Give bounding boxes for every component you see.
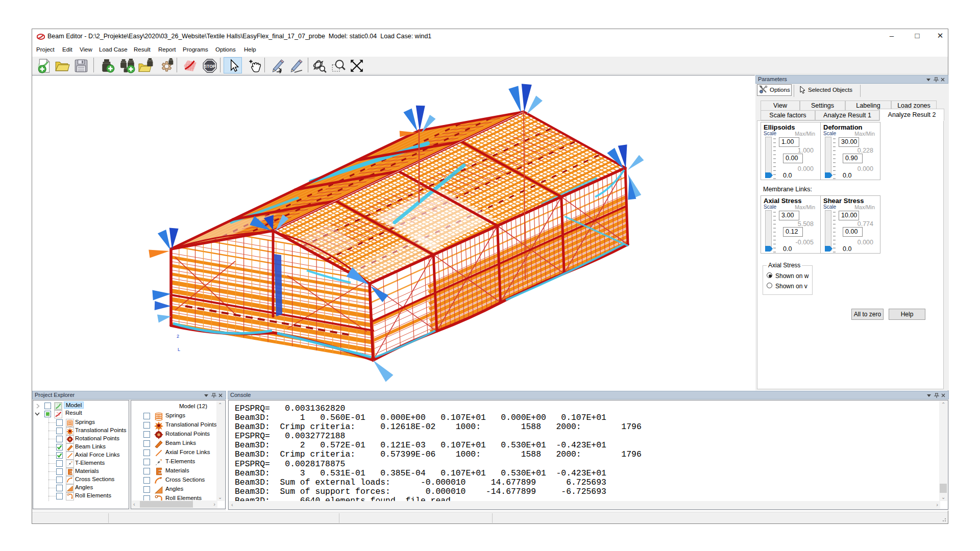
svg-text:2: 2 [177, 334, 179, 339]
svg-text:STOP: STOP [204, 64, 215, 69]
svg-text:L: L [178, 347, 180, 352]
